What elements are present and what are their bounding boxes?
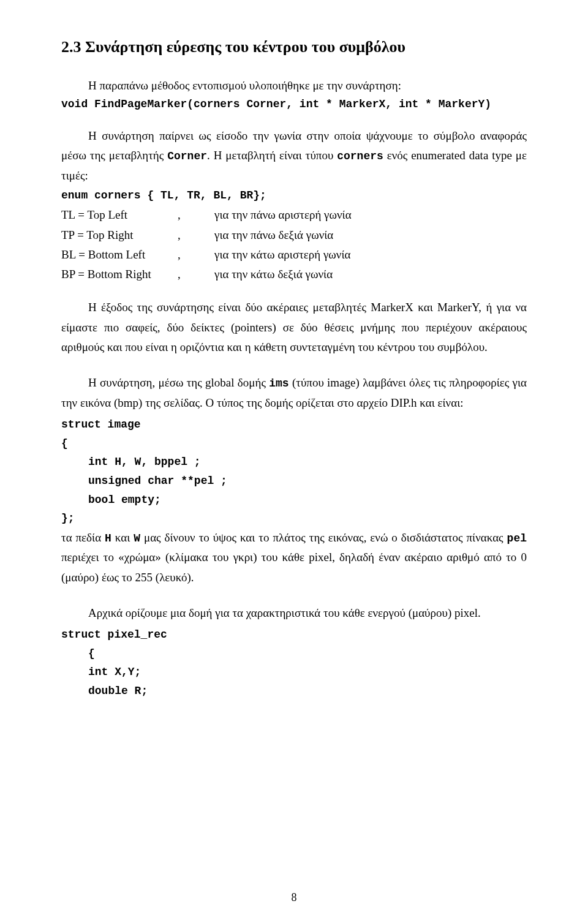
page: 2.3 Συνάρτηση εύρεσης του κέντρου του συ…: [0, 0, 588, 920]
text: μας δίνουν το ύψος και το πλάτος της εικ…: [140, 531, 507, 544]
struct-image-l3: int H, W, bppel ;: [61, 453, 527, 472]
enum-def-right: για την πάνω αριστερή γωνία: [214, 205, 527, 225]
struct-image-l4: unsigned char **pel ;: [61, 472, 527, 491]
enum-def-comma: ,: [178, 205, 214, 225]
struct-pixel-l4: double R;: [61, 682, 527, 701]
enum-def-row: TL = Top Left , για την πάνω αριστερή γω…: [61, 205, 527, 225]
struct-pixel-l2: {: [61, 644, 527, 663]
struct-pixel-l1: struct pixel_rec: [61, 625, 527, 644]
enum-def-right: για την κάτω δεξιά γωνία: [214, 265, 527, 284]
struct-image-l2: {: [61, 434, 527, 453]
paragraph-output: Η έξοδος της συνάρτησης είναι δύο ακέραι…: [61, 298, 527, 357]
text: περιέχει το «χρώμα» (κλίμακα του γκρι) τ…: [61, 551, 527, 583]
text: . Η μεταβλητή είναι τύπου: [207, 149, 337, 162]
paragraph-intro: Η παραπάνω μέθοδος εντοπισμού υλοποιήθηκ…: [61, 76, 527, 96]
paragraph-input: Η συνάρτηση παίρνει ως είσοδο την γωνία …: [61, 126, 527, 186]
struct-image-l5: bool empty;: [61, 491, 527, 510]
function-declaration: void FindPageMarker(corners Corner, int …: [61, 98, 527, 110]
enum-def-row: TP = Top Right , για την πάνω δεξιά γωνί…: [61, 225, 527, 245]
struct-pixel-l3: int X,Y;: [61, 663, 527, 682]
var-corner: Corner: [167, 150, 207, 162]
enum-def-comma: ,: [178, 225, 214, 245]
paragraph-pixel-struct: Αρχικά ορίζουμε μια δομή για τα χαρακτηρ…: [61, 603, 527, 623]
paragraph-fields: τα πεδία H και W μας δίνουν το ύψος και …: [61, 528, 527, 587]
enum-def-comma: ,: [178, 265, 214, 284]
page-number: 8: [0, 891, 588, 904]
enum-def-row: BP = Bottom Right , για την κάτω δεξιά γ…: [61, 265, 527, 284]
field-h: H: [105, 532, 111, 545]
section-title: 2.3 Συνάρτηση εύρεσης του κέντρου του συ…: [61, 37, 527, 58]
enum-def-right: για την πάνω δεξιά γωνία: [214, 225, 527, 245]
enum-def-left: TP = Top Right: [61, 225, 178, 245]
var-ims: ims: [269, 377, 288, 390]
text: και: [111, 531, 134, 544]
field-pel: pel: [507, 532, 527, 545]
field-w: W: [134, 532, 140, 545]
text: τα πεδία: [61, 531, 105, 544]
paragraph-struct-intro: Η συνάρτηση, μέσω της global δομής ims (…: [61, 373, 527, 413]
enum-def-row: BL = Bottom Left , για την κάτω αριστερή…: [61, 245, 527, 265]
struct-image-l6: };: [61, 509, 527, 528]
enum-def-comma: ,: [178, 245, 214, 265]
enum-def-right: για την κάτω αριστερή γωνία: [214, 245, 527, 265]
enum-def-left: TL = Top Left: [61, 205, 178, 225]
enum-def-left: BL = Bottom Left: [61, 245, 178, 265]
type-corners: corners: [337, 150, 383, 162]
struct-image-l1: struct image: [61, 415, 527, 434]
enum-declaration: enum corners { TL, TR, BL, BR};: [61, 189, 527, 202]
text: Η συνάρτηση, μέσω της global δομής: [88, 376, 269, 389]
enum-def-left: BP = Bottom Right: [61, 265, 178, 284]
